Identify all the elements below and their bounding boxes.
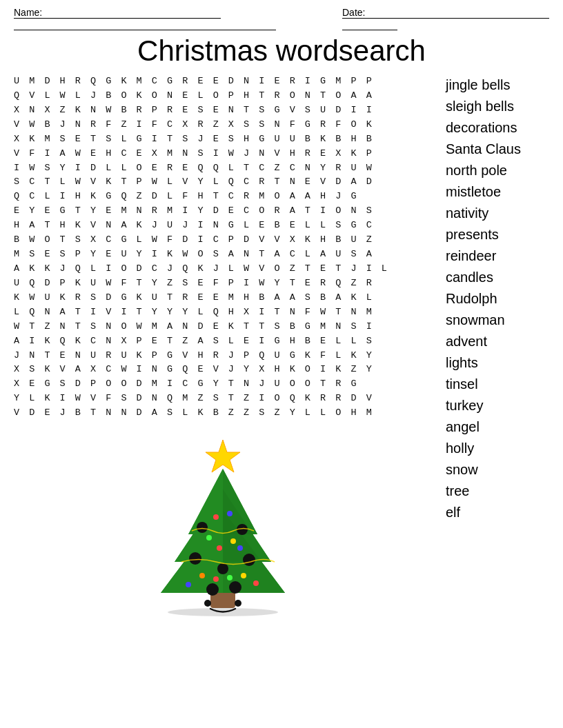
word-list-item: tree (446, 481, 549, 502)
svg-point-27 (227, 575, 233, 580)
word-list-item: lights (446, 352, 549, 374)
svg-marker-11 (206, 440, 240, 472)
grid-row: V D E J B T N N D A S L K B Z Z S Z Y L … (14, 406, 432, 421)
word-list-item: mistletoe (446, 181, 549, 203)
word-list-item: jingle bells (446, 74, 549, 96)
svg-point-32 (235, 600, 241, 607)
svg-point-31 (204, 600, 211, 607)
wordsearch-grid-section: U M D H R Q G K M C G R E E D N I E R I … (14, 74, 432, 623)
word-list-item: Santa Claus (446, 139, 549, 160)
grid-row: H A T H K V N A K J U J I N G L E B E L … (14, 219, 432, 233)
name-line (14, 19, 276, 30)
svg-point-22 (230, 538, 236, 544)
main-content: U M D H R Q G K M C G R E E D N I E R I … (14, 74, 549, 623)
grid-row: I W S Y I D L L O E R E Q Q L T C Z C N … (14, 161, 432, 176)
word-list-section: jingle bellssleigh bellsdecorationsSanta… (439, 74, 549, 623)
grid-row: Q C L I H K G Q Z D L F H T C R M O A A … (14, 190, 432, 204)
grid-row: X S K V A X C W I N G Q E V J Y X H K O … (14, 363, 432, 377)
grid-row: Y L K I W V F S D N Q M Z S T Z I O Q K … (14, 392, 432, 406)
grid-row: J N T E N U R U K P G V H R J P Q U G K … (14, 349, 432, 363)
word-list-item: turkey (446, 395, 549, 416)
date-label: Date: (342, 7, 549, 19)
tree-image-area (14, 427, 432, 623)
grid-row: V F I A W E H C E X M N S I W J N V H R … (14, 147, 432, 161)
name-field: Name: (14, 7, 342, 30)
word-list-item: holly (446, 438, 549, 459)
grid-row: A K K J Q L I O D C J Q K J L W V O Z T … (14, 262, 432, 276)
date-field: Date: (342, 7, 549, 30)
word-list: jingle bellssleigh bellsdecorationsSanta… (446, 74, 549, 523)
grid-row: X K M S E T S L G I T S J E S H G U U B … (14, 132, 432, 147)
svg-point-18 (229, 581, 241, 594)
svg-point-30 (253, 580, 259, 586)
word-list-item: north pole (446, 160, 549, 181)
grid-row: X N X Z K N W B R P R E S E N T S G V S … (14, 103, 432, 118)
word-list-item: presents (446, 224, 549, 245)
header-bar: Name: Date: (14, 7, 549, 30)
svg-point-20 (227, 511, 233, 516)
word-list-item: elf (446, 502, 549, 523)
word-list-item: sleigh bells (446, 96, 549, 117)
grid-row: A I K Q K C N X P E T Z A S L E I G H B … (14, 334, 432, 349)
word-list-item: angel (446, 416, 549, 438)
grid-row: L Q N A T I V I T Y Y Y L Q H X I T N F … (14, 305, 432, 320)
svg-point-17 (206, 583, 219, 596)
word-list-item: candles (446, 267, 549, 288)
word-list-item: Rudolph (446, 288, 549, 310)
svg-point-28 (241, 573, 246, 578)
svg-point-12 (197, 522, 208, 533)
word-list-item: snow (446, 459, 549, 481)
svg-point-29 (186, 582, 191, 587)
word-grid: U M D H R Q G K M C G R E E D N I E R I … (14, 74, 432, 421)
date-line (342, 19, 397, 30)
word-list-item: reindeer (446, 245, 549, 267)
word-list-item: advent (446, 331, 549, 352)
svg-point-23 (217, 545, 222, 551)
word-list-item: decorations (446, 117, 549, 139)
christmas-tree-svg (133, 427, 313, 620)
svg-point-25 (199, 573, 205, 578)
svg-point-26 (213, 576, 219, 582)
svg-point-15 (243, 554, 255, 566)
svg-point-19 (213, 514, 219, 520)
svg-point-24 (237, 545, 243, 551)
grid-row: M S E S P Y E U Y I K W O S A N T A C L … (14, 247, 432, 262)
grid-row: W T Z N T S N O W M A N D E K T T S B G … (14, 320, 432, 334)
word-list-item: nativity (446, 203, 549, 224)
svg-point-16 (217, 563, 228, 574)
grid-row: X E G S D P O O D M I C G Y T N J U O O … (14, 377, 432, 392)
grid-row: Q V L W L J B O K O N E L O P H T R O N … (14, 89, 432, 103)
grid-row: U Q D P K U W F T Y Z S E F P I W Y T E … (14, 276, 432, 291)
page-title: Christmas wordsearch (14, 34, 549, 68)
grid-row: B W O T S X C G L W F D I C P D V V X K … (14, 233, 432, 247)
name-label: Name: (14, 7, 221, 19)
svg-point-14 (189, 552, 201, 565)
svg-point-21 (206, 535, 212, 540)
word-list-item: snowman (446, 310, 549, 331)
grid-row: U M D H R Q G K M C G R E E D N I E R I … (14, 74, 432, 89)
grid-row: E Y E G T Y E M N R M I Y D E C O R A T … (14, 204, 432, 219)
grid-row: S C T L W V K T P W L V Y L Q C R T N E … (14, 175, 432, 190)
grid-row: K W U K R S D G K U T R E E M H B A A S … (14, 291, 432, 305)
word-list-item: tinsel (446, 374, 549, 395)
grid-row: V W B J N R F Z I F C X R Z X S S N F G … (14, 118, 432, 132)
